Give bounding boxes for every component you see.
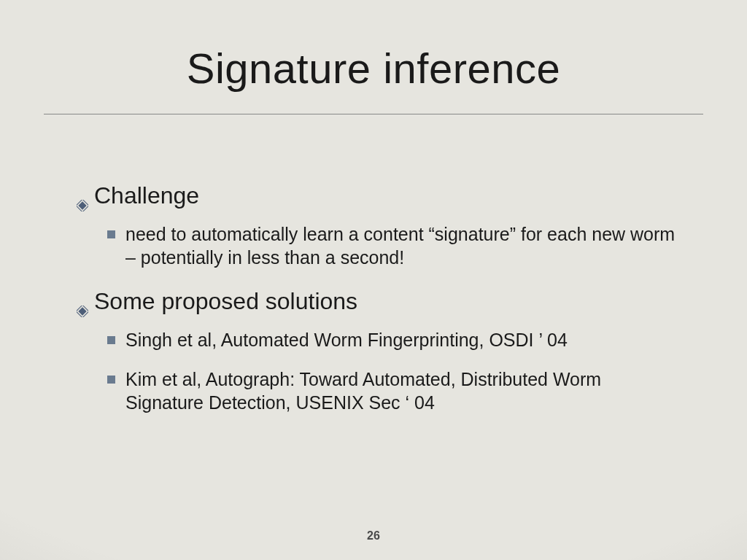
sub-list: need to automatically learn a content “s… [107, 222, 681, 269]
slide-title: Signature inference [0, 44, 747, 93]
list-item: need to automatically learn a content “s… [107, 222, 681, 269]
diamond-bullet-icon [77, 190, 88, 202]
section-heading: Some proposed solutions [77, 288, 681, 315]
section-heading: Challenge [77, 182, 681, 209]
section-heading-text: Some proposed solutions [94, 288, 357, 315]
sub-list: Singh et al, Automated Worm Fingerprinti… [107, 328, 681, 414]
section-solutions: Some proposed solutions Singh et al, Aut… [77, 288, 681, 414]
square-bullet-icon [107, 230, 115, 238]
list-item-text: Kim et al, Autograph: Toward Automated, … [125, 368, 681, 414]
slide: Signature inference Challenge need to au… [0, 0, 747, 560]
slide-body: Challenge need to automatically learn a … [77, 182, 681, 433]
list-item: Singh et al, Automated Worm Fingerprinti… [107, 328, 681, 351]
square-bullet-icon [107, 336, 115, 344]
list-item-text: need to automatically learn a content “s… [125, 222, 681, 269]
list-item-text: Singh et al, Automated Worm Fingerprinti… [125, 328, 681, 351]
page-number: 26 [0, 529, 747, 542]
svg-rect-2 [78, 307, 86, 315]
svg-rect-0 [78, 201, 86, 209]
section-heading-text: Challenge [94, 182, 199, 209]
section-challenge: Challenge need to automatically learn a … [77, 182, 681, 269]
diamond-bullet-icon [77, 296, 88, 308]
title-rule [44, 114, 703, 114]
list-item: Kim et al, Autograph: Toward Automated, … [107, 368, 681, 414]
square-bullet-icon [107, 376, 115, 384]
